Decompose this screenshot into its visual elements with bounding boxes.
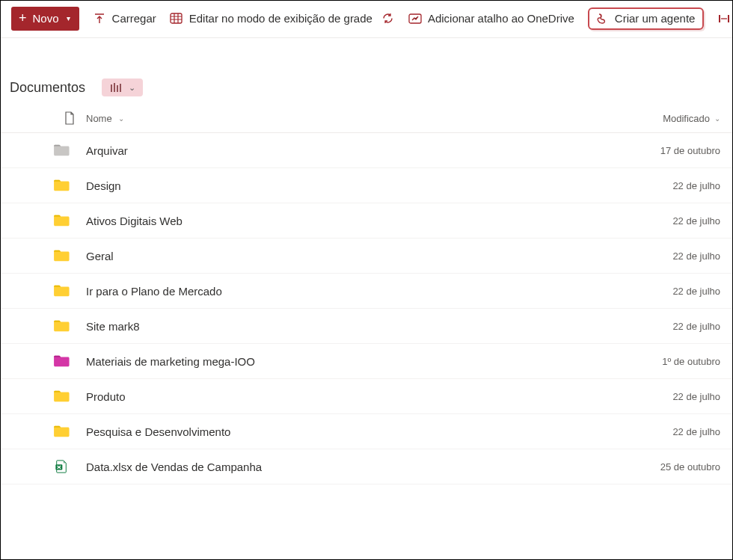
file-list: Arquivar17 de outubroDesign22 de julhoAt… (1, 133, 732, 484)
item-name[interactable]: Data.xlsx de Vendas de Campanha (86, 461, 631, 473)
folder-yellow-icon (53, 214, 86, 227)
folder-yellow-icon (53, 319, 86, 333)
command-bar: + Novo ▾ Carregar Editar no modo de exib… (1, 1, 732, 38)
item-name[interactable]: Produto (86, 390, 631, 403)
grid-icon (170, 12, 183, 25)
list-item[interactable]: Geral22 de julho (1, 239, 732, 274)
upload-button[interactable]: Carregar (93, 12, 156, 25)
add-shortcut-label: Adicionar atalho ao OneDrive (428, 12, 574, 25)
create-agent-button[interactable]: Criar um agente (595, 12, 696, 25)
column-header-modified[interactable]: Modificado ⌄ (631, 113, 720, 124)
chevron-down-icon: ▾ (67, 14, 70, 22)
column-header-modified-label: Modificado (663, 113, 710, 124)
list-item[interactable]: Site mark822 de julho (1, 309, 732, 344)
list-item[interactable]: Produto22 de julho (1, 379, 732, 414)
folder-magenta-icon (53, 354, 86, 368)
copilot-icon (595, 12, 609, 25)
edit-grid-label: Editar no modo de exibição de grade (189, 12, 372, 25)
item-name[interactable]: Materiais de marketing mega-IOO (86, 355, 631, 368)
item-name[interactable]: Arquivar (86, 144, 631, 157)
list-item[interactable]: Ativos Digitais Web22 de julho (1, 203, 732, 239)
item-name[interactable]: Design (86, 179, 631, 192)
folder-yellow-icon (53, 249, 86, 262)
plus-icon: + (19, 13, 27, 23)
folder-yellow-icon (53, 284, 86, 298)
chevron-down-icon: ⌄ (118, 114, 124, 123)
item-modified: 17 de outubro (631, 145, 720, 156)
library-view-icon (109, 81, 123, 93)
item-name[interactable]: Ir para o Plano de Mercado (86, 285, 631, 298)
item-modified: 22 de julho (631, 250, 720, 262)
folder-gray-icon (53, 144, 86, 157)
sync-icon (381, 12, 395, 25)
library-header: Documentos ⌄ (1, 38, 732, 107)
column-header-name-label: Nome (86, 113, 112, 124)
view-switcher[interactable]: ⌄ (102, 79, 143, 96)
upload-label: Carregar (112, 12, 156, 25)
svg-rect-3 (728, 15, 729, 22)
overflow-icon[interactable] (717, 12, 731, 25)
item-modified: 22 de julho (631, 321, 720, 332)
create-agent-label: Criar um agente (615, 12, 696, 25)
folder-yellow-icon (53, 179, 86, 192)
item-name[interactable]: Site mark8 (86, 320, 631, 333)
item-modified: 22 de julho (631, 286, 720, 297)
item-name[interactable]: Geral (86, 250, 631, 262)
list-item[interactable]: Ir para o Plano de Mercado22 de julho (1, 274, 732, 309)
list-item[interactable]: Arquivar17 de outubro (1, 133, 732, 168)
list-item[interactable]: Data.xlsx de Vendas de Campanha25 de out… (1, 449, 732, 484)
folder-yellow-icon (53, 425, 86, 438)
item-modified: 22 de julho (631, 391, 720, 402)
item-modified: 22 de julho (631, 426, 720, 437)
svg-rect-0 (171, 13, 182, 23)
column-header-type-icon[interactable] (53, 111, 86, 125)
item-modified: 22 de julho (631, 215, 720, 227)
list-item[interactable]: Pesquisa e Desenvolvimento22 de julho (1, 414, 732, 449)
onedrive-shortcut-icon (408, 12, 422, 25)
list-item[interactable]: Materiais de marketing mega-IOO1º de out… (1, 344, 732, 379)
chevron-down-icon: ⌄ (129, 83, 135, 93)
column-header-name[interactable]: Nome ⌄ (86, 113, 631, 124)
item-modified: 1º de outubro (631, 356, 720, 367)
folder-yellow-icon (53, 390, 86, 403)
item-modified: 22 de julho (631, 180, 720, 191)
item-modified: 25 de outubro (631, 461, 720, 473)
sync-button[interactable]: Sincronizar (381, 12, 395, 25)
new-button-label: Novo (33, 12, 59, 25)
create-agent-highlight: Criar um agente (588, 7, 705, 30)
new-button[interactable]: + Novo ▾ (11, 7, 79, 31)
excel-icon (53, 460, 86, 473)
upload-icon (93, 12, 106, 25)
chevron-down-icon: ⌄ (714, 114, 720, 123)
item-name[interactable]: Pesquisa e Desenvolvimento (86, 425, 631, 438)
library-title: Documentos (10, 80, 85, 96)
list-item[interactable]: Design22 de julho (1, 168, 732, 203)
item-name[interactable]: Ativos Digitais Web (86, 215, 631, 227)
column-header-row: Nome ⌄ Modificado ⌄ (1, 107, 732, 133)
add-shortcut-button[interactable]: Adicionar atalho ao OneDrive (408, 12, 574, 25)
edit-grid-button[interactable]: Editar no modo de exibição de grade (170, 12, 372, 25)
svg-rect-2 (719, 15, 720, 22)
